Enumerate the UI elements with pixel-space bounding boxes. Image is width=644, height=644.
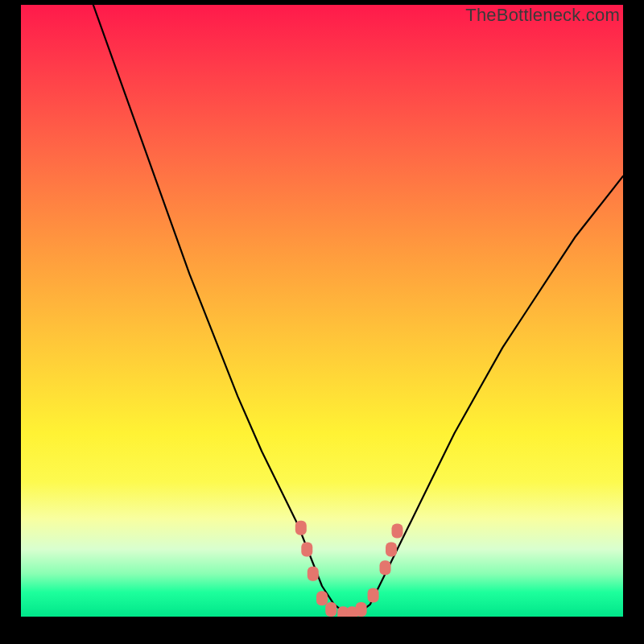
curve-marker (295, 521, 307, 535)
bottleneck-curve (93, 5, 623, 613)
curve-markers (295, 521, 403, 617)
curve-marker (380, 560, 391, 575)
chart-frame: TheBottleneck.com (0, 0, 644, 644)
curve-marker (368, 588, 379, 602)
curve-marker (392, 524, 403, 539)
curve-marker (325, 602, 336, 617)
curve-marker (301, 542, 312, 556)
curve-marker (308, 567, 319, 581)
curve-marker (386, 542, 397, 556)
curve-marker (316, 591, 328, 605)
curve-marker (356, 602, 367, 617)
chart-svg (21, 5, 623, 617)
chart-plot-area (21, 5, 623, 617)
curve-line (93, 5, 623, 613)
